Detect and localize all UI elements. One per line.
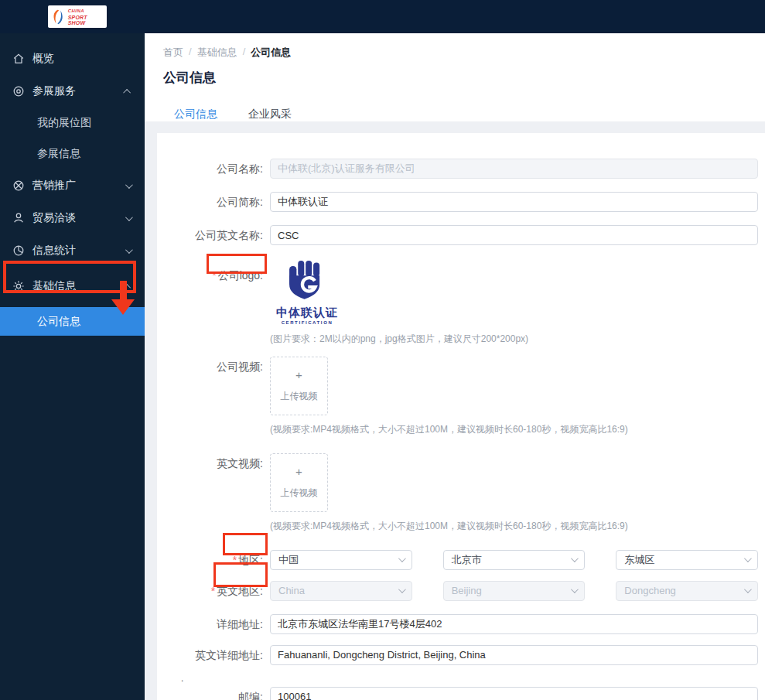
sidebar-item-exhibit-info[interactable]: 参展信息 (0, 138, 145, 169)
sport-show-mark-icon (51, 9, 66, 26)
breadcrumb-current: 公司信息 (251, 46, 291, 60)
china-sport-show-logo[interactable]: CHINA SPORT SHOW (48, 5, 107, 28)
english-region-label: *英文地区: (157, 581, 270, 601)
form-row-zipcode: 邮编: (157, 687, 758, 700)
english-region-district-select: Dongcheng (616, 581, 758, 601)
selected-value: 中国 (278, 553, 299, 567)
chevron-down-icon (744, 555, 752, 562)
company-short-label: 公司简称: (157, 192, 270, 212)
chevron-down-icon (398, 586, 406, 593)
sidebar-item-label: 信息统计 (32, 244, 125, 258)
company-en-name-field[interactable] (270, 225, 758, 245)
selected-value: 北京市 (452, 553, 482, 567)
stray-dot-text: . (181, 674, 758, 682)
logo-line1: CHINA (68, 9, 104, 13)
page-background-band (145, 121, 765, 133)
chevron-down-icon (571, 555, 579, 562)
target-icon (12, 85, 26, 98)
breadcrumb-home[interactable]: 首页 (163, 46, 183, 60)
sidebar-item-marketing[interactable]: 营销推广 (0, 169, 145, 202)
address-label: 详细地址: (157, 614, 270, 634)
video-hint: (视频要求:MP4视频格式，大小不超过100M，建议视频时长60-180秒，视频… (270, 423, 758, 436)
chevron-down-icon (398, 555, 406, 562)
required-asterisk: * (212, 269, 216, 282)
zipcode-label: 邮编: (157, 687, 270, 700)
region-district-select[interactable]: 东城区 (616, 550, 758, 570)
company-name-label: 公司名称: (157, 159, 270, 179)
selected-value: China (278, 585, 305, 596)
address-field[interactable] (270, 614, 758, 634)
company-short-field[interactable] (270, 192, 758, 212)
selected-value: 东城区 (624, 553, 654, 567)
plus-icon: + (295, 466, 302, 477)
sidebar-item-my-booth-map[interactable]: 我的展位图 (0, 108, 145, 138)
logo-text: CHINA SPORT SHOW (68, 9, 104, 26)
logo-hint: (图片要求：2M以内的png，jpg格式图片，建议尺寸200*200px) (270, 333, 758, 346)
sidebar-item-exhibit-services[interactable]: 参展服务 (0, 75, 145, 108)
region-country-select[interactable]: 中国 (270, 550, 412, 570)
english-region-country-select: China (270, 581, 412, 601)
sidebar: 概览 参展服务 我的展位图 参展信息 营销推广 贸易洽谈 (0, 33, 145, 700)
region-province-select[interactable]: 北京市 (443, 550, 586, 570)
logo-subtitle-text: CERTIFICATION (282, 320, 333, 325)
sidebar-subitem-label: 公司信息 (37, 315, 80, 329)
topbar: CHINA SPORT SHOW (0, 0, 765, 33)
pie-chart-icon (12, 244, 26, 258)
logo-line2: SPORT SHOW (68, 15, 104, 26)
sidebar-subitem-label: 参展信息 (37, 147, 80, 161)
sidebar-item-label: 参展服务 (32, 84, 125, 98)
form-row-region: *地区: 中国 北京市 东城区 (157, 550, 758, 570)
annotation-arrow-shaft (120, 281, 127, 300)
upload-video-text: 上传视频 (281, 390, 318, 403)
form-row-company-short: 公司简称: (157, 192, 758, 212)
page-title: 公司信息 (163, 69, 216, 87)
breadcrumb-separator: / (189, 46, 192, 60)
form-row-address: 详细地址: (157, 614, 758, 634)
upload-video-button[interactable]: + 上传视频 (270, 357, 328, 415)
sidebar-item-info-stats[interactable]: 信息统计 (0, 234, 145, 267)
company-info-form: 公司名称: 公司简称: 公司英文名称: *公司logo: (157, 133, 765, 700)
video-hint: (视频要求:MP4视频格式，大小不超过100M，建议视频时长60-180秒，视频… (270, 520, 758, 533)
sidebar-item-label: 营销推广 (32, 179, 125, 193)
form-row-company-en-name: 公司英文名称: (157, 225, 758, 245)
english-region-province-select: Beijing (443, 581, 586, 601)
breadcrumb-separator: / (243, 46, 246, 60)
company-logo-image[interactable]: 中体联认证 CERTIFICATION (270, 258, 344, 325)
breadcrumb: 首页 / 基础信息 / 公司信息 (163, 46, 291, 60)
gear-icon (12, 280, 26, 293)
chevron-down-icon (125, 181, 133, 189)
breadcrumb-basic-info[interactable]: 基础信息 (197, 46, 237, 60)
english-address-field[interactable] (270, 645, 758, 665)
region-label: *地区: (157, 550, 270, 570)
zipcode-field[interactable] (270, 687, 758, 700)
sidebar-item-label: 基础信息 (32, 279, 125, 293)
sidebar-item-label: 贸易洽谈 (32, 211, 125, 225)
company-logo-label: *公司logo: (157, 258, 270, 283)
chevron-down-icon (125, 213, 133, 221)
person-icon (12, 212, 26, 225)
logo-title-text: 中体联认证 (276, 306, 338, 319)
company-name-field (270, 159, 758, 179)
main-content: 首页 / 基础信息 / 公司信息 公司信息 公司信息 企业风采 公司名称: 公司… (145, 33, 765, 700)
company-video-label: 公司视频: (157, 357, 270, 377)
selected-value: Beijing (452, 585, 482, 596)
form-row-english-address: 英文详细地址: (157, 645, 758, 665)
sidebar-item-trade-talks[interactable]: 贸易洽谈 (0, 202, 145, 234)
chevron-down-icon (744, 586, 752, 593)
sidebar-item-label: 概览 (32, 52, 131, 66)
selected-value: Dongcheng (624, 585, 676, 596)
upload-english-video-button[interactable]: + 上传视频 (270, 453, 328, 512)
annotation-arrow-down-icon (111, 299, 135, 315)
home-icon (12, 53, 26, 66)
english-address-label: 英文详细地址: (157, 645, 270, 665)
sidebar-item-overview[interactable]: 概览 (0, 43, 145, 75)
company-en-name-label: 公司英文名称: (157, 225, 270, 245)
chevron-down-icon (571, 586, 579, 593)
form-row-company-name: 公司名称: (157, 159, 758, 179)
sidebar-subitem-label: 我的展位图 (37, 116, 91, 130)
required-asterisk: * (211, 585, 215, 597)
chevron-down-icon (125, 246, 133, 254)
english-video-label: 英文视频: (157, 453, 270, 473)
form-row-english-region: *英文地区: China Beijing Dongcheng (157, 581, 758, 601)
fist-logo-icon (282, 258, 333, 306)
